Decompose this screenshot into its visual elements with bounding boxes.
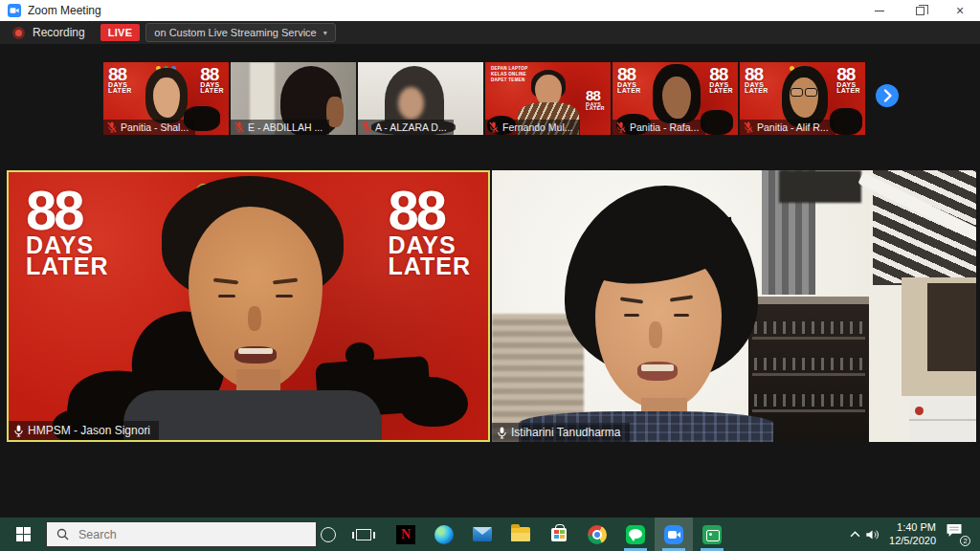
edge-icon [434,525,454,544]
banner-88-right: 88DAYSLATER [586,89,605,111]
zoom-app-icon [8,4,21,17]
video-tile-istiharini[interactable]: Istiharini Tanudharma [492,170,976,442]
next-participants-button[interactable] [875,83,900,108]
banner-88-right: 88DAYSLATER [200,66,224,95]
cabinet-shelf [752,409,865,412]
muted-mic-icon [234,121,244,133]
banner-88-right: 88DAYSLATER [836,66,860,95]
clock-date: 12/5/2020 [880,535,936,548]
chrome-button[interactable] [578,518,616,551]
participant-thumbnail-alzara[interactable]: A - ALZARA D... [358,62,483,135]
cabinet-shelf [752,373,865,376]
search-input[interactable] [77,527,287,542]
participant-name: HMPSM - Jason Signori [28,424,150,437]
mail-icon [473,527,492,541]
zoom-taskbar-button[interactable] [655,518,693,551]
muted-mic-icon [489,121,499,133]
participant-nameplate: E - ABDILLAH ... [231,120,329,135]
taskbar-search[interactable] [46,521,317,547]
face-eye [674,314,689,317]
windows-taskbar: N 1:40 PM 12/5/2020 [0,518,980,551]
participant-thumbnail-shal[interactable]: 88DAYSLATER 88DAYSLATER Panitia - Shal..… [103,62,229,135]
banner-88-left: 88DAYSLATER [26,186,108,276]
participant-name: Panitia - Rafa... [630,121,699,133]
recording-indicator-icon [12,27,25,39]
line-button[interactable] [616,518,655,551]
notification-count-badge: 2 [960,536,970,546]
glassware [754,358,863,370]
muted-mic-icon [616,121,626,133]
chrome-icon [588,525,607,544]
close-button[interactable]: × [940,0,980,21]
store-icon [551,528,567,541]
minimize-button[interactable] [859,0,900,21]
start-button[interactable] [0,518,46,551]
participant-nameplate: Istiharini Tanudharma [492,423,630,442]
face-nose [248,306,261,331]
meeting-toolbar: Recording LIVE on Custom Live Streaming … [0,21,980,44]
participant-name: Panitia - Alif R... [757,121,829,133]
cortana-button[interactable] [309,518,347,551]
chevron-up-icon [850,531,860,538]
tray-expand-button[interactable] [846,518,863,551]
chevron-down-icon: ▾ [323,29,327,37]
chevron-right-icon [875,83,900,108]
cortana-icon [321,527,336,542]
participant-name: Fernando Mul... [502,121,573,133]
banner-88-left: 88DAYSLATER [108,66,132,95]
face-eye [624,314,639,317]
display-cabinet-top [748,297,869,304]
participant-nameplate: Panitia - Alif R... [740,120,835,135]
background-caption: DEPAN LAPTOP KELAS ONLINE DAPET TEMEN [491,66,527,83]
volume-button[interactable] [863,518,882,551]
muted-mic-icon [107,121,117,133]
participant-thumbnail-rafa[interactable]: 88DAYSLATER 88DAYSLATER Panitia - Rafa..… [612,62,738,135]
gallery-button[interactable] [693,518,731,551]
edge-button[interactable] [425,518,463,551]
banner-88-right: 88DAYSLATER [709,66,733,95]
participant-thumbnail-fernando[interactable]: DEPAN LAPTOP KELAS ONLINE DAPET TEMEN 88… [485,62,611,135]
banner-88-left: 88DAYSLATER [745,66,768,95]
participant-face [790,77,818,118]
banner-88-left: 88DAYSLATER [617,66,641,95]
speaker-icon [865,529,880,540]
stream-service-selector[interactable]: on Custom Live Streaming Service ▾ [145,23,335,42]
participant-thumbnail-alif[interactable]: 88DAYSLATER 88DAYSLATER Panitia - Alif R… [740,62,865,135]
participant-nameplate: Panitia - Shal... [103,120,195,135]
red-object [915,407,924,415]
participant-nameplate: Panitia - Rafa... [612,120,705,135]
participant-nameplate: A - ALZARA D... [358,120,454,135]
glasses-left-lens [791,88,803,97]
line-icon [626,525,645,544]
clock-time: 1:40 PM [880,521,936,535]
action-center-button[interactable]: 2 [946,523,970,546]
participant-face [398,87,424,120]
restore-button[interactable] [900,0,940,21]
glassware [754,394,863,407]
wood-panel [927,283,976,371]
netflix-icon: N [396,525,415,544]
face-eye [276,295,293,298]
zoom-meeting-window: Zoom Meeting × Recording LIVE on Custom … [0,0,980,551]
participant-face [153,77,180,118]
task-view-button[interactable] [345,518,383,551]
participant-name: Panitia - Shal... [121,121,189,133]
participant-thumbnail-abdillah[interactable]: E - ABDILLAH ... [231,62,356,135]
gallery-icon [702,525,722,544]
search-icon [56,528,69,540]
windows-logo-icon [16,527,31,541]
glassware [754,321,863,334]
netflix-button[interactable]: N [387,518,425,551]
face-teeth [641,364,674,371]
dark-object [779,170,861,203]
face-teeth [238,348,273,354]
mic-icon [13,425,24,437]
camera-silhouette-lens [345,342,374,367]
taskbar-clock[interactable]: 1:40 PM 12/5/2020 [880,521,936,548]
cabinet-shelf [752,337,865,340]
microsoft-store-button[interactable] [540,518,578,551]
video-tile-jason[interactable]: 88DAYSLATER 88DAYSLATER HMPSM - Jason Si… [7,170,490,442]
live-badge: LIVE [100,24,141,41]
mail-button[interactable] [463,518,501,551]
file-explorer-button[interactable] [501,518,540,551]
